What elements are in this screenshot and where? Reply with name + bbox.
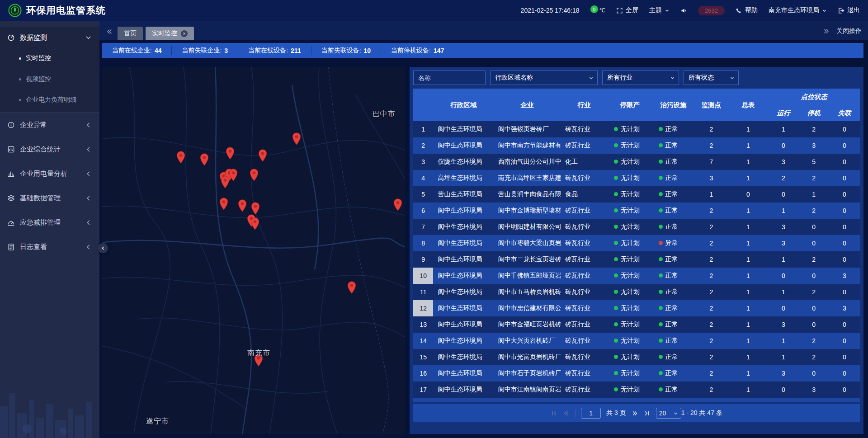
status-dot [614,273,618,278]
status-dot [614,371,618,375]
map-pin[interactable] [238,199,247,214]
cell-offline: 0 [829,333,860,349]
cell-industry: 砖瓦行业 [561,170,608,186]
table-row[interactable]: 12阆中生态环境局阆中市忠信建材有限公砖瓦行业无计划正常21003 [413,300,860,316]
help-button[interactable]: 帮助 [736,6,758,14]
table-row[interactable]: 3仪陇生态环境局西南油气田分公司川中化工无计划正常71350 [413,154,860,170]
map-pin[interactable] [347,281,356,296]
sidebar-item[interactable]: 实时监控 [0,48,99,69]
row-index: 3 [413,154,433,170]
row-index: 11 [413,284,433,300]
table-row[interactable]: 5营山生态环境局营山县润丰肉食品有限食品无计划正常10010 [413,186,860,203]
table-row[interactable]: 4高坪生态环境局南充市高坪区王家店建砖瓦行业无计划正常31220 [413,170,860,186]
table-row[interactable]: 9阆中生态环境局阆中市二龙长宝页岩砖砖瓦行业无计划正常21120 [413,251,860,268]
map-pin[interactable] [250,169,259,183]
table-row[interactable]: 17阆中生态环境局阆中市江南镇阆南页岩砖瓦行业无计划正常21030 [413,381,860,398]
table-row[interactable]: 6阆中生态环境局阆中市金博瑞新型墙材砖瓦行业无计划正常21120 [413,203,860,219]
table-row[interactable]: 2阆中生态环境局阆中市南方节能建材有砖瓦行业无计划正常21030 [413,137,860,154]
table-row[interactable]: 10阆中生态环境局阆中千佛镇五郎垭页岩砖瓦行业无计划正常21003 [413,268,860,284]
cell-limit-status: 无计划 [608,121,652,137]
sidebar: 数据监测实时监控视频监控企业电力负荷明细企业异常企业综合统计企业用电量分析基础数… [0,21,99,438]
map-collapse-button[interactable] [98,243,108,253]
cell-stopped: 0 [799,235,829,251]
cell-offline: 0 [829,365,860,381]
table-row[interactable]: 8阆中生态环境局阆中市枣碧大梁山页岩砖瓦行业无计划异常21300 [413,235,860,251]
cell-running: 1 [768,203,798,219]
cell-running: 3 [768,316,798,333]
table-row[interactable]: 7阆中生态环境局阆中明阳建材有限公司砖瓦行业无计划正常21300 [413,219,860,235]
table-row[interactable]: 14阆中生态环境局阆中大兴页岩机砖厂砖瓦行业无计划正常21120 [413,333,860,349]
map-city-label: 南充市 [247,348,270,358]
stat-label: 当前失联企业: [182,47,222,55]
cell-company: 阆中千佛镇五郎垭页岩 [494,268,561,284]
cell-company: 南充市高坪区王家店建 [494,170,561,186]
cell-limit-status: 无计划 [608,137,652,154]
status-dot [659,241,663,245]
page-input[interactable] [581,408,601,419]
table-row[interactable]: 11阆中生态环境局阆中市五马桥页岩机砖砖瓦行业无计划正常21120 [413,284,860,300]
stat-label: 当前停机设备: [391,47,431,55]
cell-company: 阆中市五马桥页岩机砖 [494,284,561,300]
cell-stopped: 3 [799,398,829,402]
cell-monitor-points: 1 [694,186,728,203]
cell-limit-status: 无计划 [608,235,652,251]
map-pin[interactable] [393,198,402,213]
sidebar-group-company-abnormal[interactable]: 企业异常 [0,113,99,137]
cell-limit-status: 无计划 [608,398,652,402]
tab-realtime[interactable]: 实时监控× [146,27,194,40]
map-pin[interactable] [221,176,230,190]
sidebar-item[interactable]: 视频监控 [0,69,99,89]
map-pin[interactable] [226,147,235,161]
industry-filter-select[interactable]: 所有行业 [602,71,679,85]
pagination-bar: 共 3 页 20 1 - 20 共 [413,404,860,422]
map-pin[interactable] [250,217,259,232]
table-row[interactable]: 15阆中生态环境局阆中市光富页岩机砖厂砖瓦行业无计划正常21120 [413,349,860,365]
scroll-tabs-left-button[interactable] [106,28,115,40]
table-row[interactable]: 18南部生态环境局南部县建材页岩有限公砖瓦行业无计划正常21030 [413,398,860,402]
status-filter-select[interactable]: 所有状态 [684,71,739,85]
double-chevron-right-icon[interactable] [823,28,830,35]
sidebar-group-base-data[interactable]: 基础数据管理 [0,186,99,210]
org-dropdown[interactable]: 南充市生态环境局 [769,6,827,14]
sidebar-group-data-monitor[interactable]: 数据监测 [0,27,99,48]
sidebar-group-emergency[interactable]: 应急减排管理 [0,210,99,235]
map-pin[interactable] [219,198,228,212]
map-pin[interactable] [258,149,267,164]
datetime-label: 2021-02-25 17:46:18 [521,7,580,14]
table-row[interactable]: 13阆中生态环境局阆中市金福旺页岩机砖砖瓦行业无计划正常21300 [413,316,860,333]
map-pin[interactable] [292,132,301,147]
prev-page-button[interactable] [563,410,570,417]
map-city-label: 遂宁市 [146,417,169,426]
map-panel[interactable]: 巴中市南充市遂宁市 [102,67,405,434]
table-row[interactable]: 16阆中生态环境局阆中市石子页岩机砖厂砖瓦行业无计划正常21300 [413,365,860,381]
cell-limit-status: 无计划 [608,284,652,300]
logout-button[interactable]: 退出 [838,6,860,14]
last-page-button[interactable] [644,410,651,417]
next-page-button[interactable] [632,410,638,417]
theme-dropdown[interactable]: 主题 [649,6,670,14]
sidebar-group-logs[interactable]: 日志查看 [0,235,99,259]
table-row[interactable]: 1阆中生态环境局阆中强锐页岩砖厂砖瓦行业无计划正常21120 [413,121,860,137]
sidebar-group-power-analysis[interactable]: 企业用电量分析 [0,161,99,186]
sidebar-group-label: 数据监测 [20,33,80,42]
sidebar-group-company-stats[interactable]: 企业综合统计 [0,137,99,161]
tab-home[interactable]: 首页 [118,27,143,40]
map-pin[interactable] [176,151,185,165]
cell-industry: 砖瓦行业 [561,251,608,268]
cell-monitor-points: 2 [694,121,728,137]
name-filter-input[interactable] [413,71,486,85]
region-filter-select[interactable]: 行政区域名称 [490,71,598,85]
map-pins: 巴中市南充市遂宁市 [102,67,405,434]
announcement-button[interactable] [680,7,687,14]
map-pin[interactable] [200,153,209,168]
page-size-select[interactable]: 20 [656,408,681,419]
tab-close-icon[interactable]: × [181,30,188,37]
close-operations-button[interactable]: 关闭操作 [836,27,862,35]
map-pin-icon [219,198,228,210]
map-pin[interactable] [229,169,238,183]
cell-monitor-points: 2 [694,268,728,284]
fullscreen-button[interactable]: 全屏 [616,6,638,14]
sidebar-item[interactable]: 企业电力负荷明细 [0,89,99,110]
first-page-button[interactable] [551,410,557,417]
cell-industry: 砖瓦行业 [561,219,608,235]
